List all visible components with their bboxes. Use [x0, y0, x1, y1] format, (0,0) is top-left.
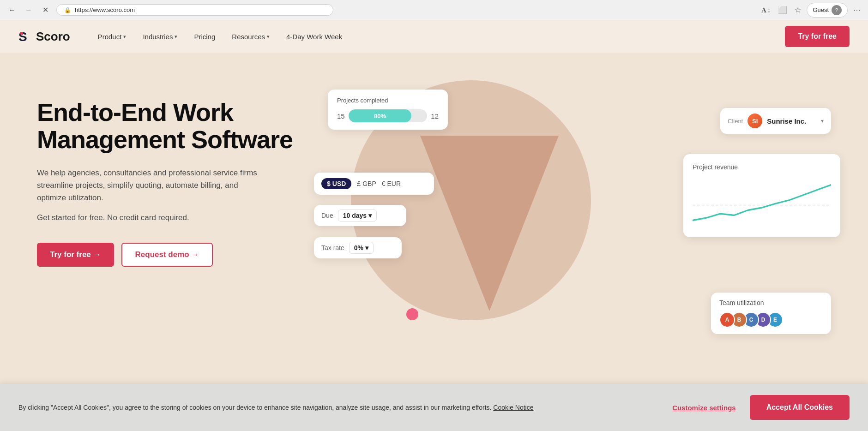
progress-bar-fill: 80%	[349, 109, 412, 122]
cookie-banner: By clicking "Accept All Cookies", you ag…	[0, 384, 868, 389]
hero-request-demo-button[interactable]: Request demo →	[121, 243, 213, 267]
due-value[interactable]: 10 days ▾	[338, 210, 377, 221]
browser-right-controls: 𝐀↕ ⬜ ☆ Guest ? ⋯	[760, 3, 862, 18]
hero-left: End-to-End Work Management Software We h…	[37, 80, 295, 267]
chevron-down-icon: ▾	[267, 34, 270, 40]
client-name: Sunrise Inc.	[767, 117, 806, 125]
back-button[interactable]: ←	[6, 4, 18, 17]
reader-mode-button[interactable]: 𝐀↕	[760, 4, 772, 16]
currency-row: $ USD £ GBP € EUR	[321, 178, 427, 189]
client-label: Client	[728, 118, 743, 125]
address-bar[interactable]: 🔒 https://www.scoro.com	[56, 4, 333, 16]
revenue-chart	[693, 177, 831, 228]
card-due: Due 10 days ▾	[314, 205, 406, 226]
nav-item-industries[interactable]: Industries ▾	[143, 33, 177, 41]
nav-link-industries[interactable]: Industries ▾	[143, 33, 177, 41]
hero-title: End-to-End Work Management Software	[37, 99, 295, 154]
nav-item-4day[interactable]: 4-Day Work Week	[286, 33, 342, 41]
tab-button[interactable]: ⬜	[776, 4, 789, 16]
progress-right-num: 12	[431, 112, 439, 120]
usd-symbol: $	[327, 180, 331, 187]
hero-try-free-button[interactable]: Try for free →	[37, 243, 114, 267]
guest-profile-button[interactable]: Guest ?	[807, 3, 848, 18]
team-avatar-0: A	[719, 312, 735, 328]
nav-link-4day[interactable]: 4-Day Work Week	[286, 33, 342, 41]
nav-item-product[interactable]: Product ▾	[98, 33, 127, 41]
client-chevron-icon: ▾	[821, 118, 824, 124]
hero-description: We help agencies, consultancies and prof…	[37, 167, 259, 204]
hero-section: End-to-End Work Management Software We h…	[0, 53, 868, 389]
nav-link-pricing[interactable]: Pricing	[194, 33, 215, 41]
hero-right: Projects completed 15 80% 12 Client SI S…	[314, 80, 840, 357]
nav-link-product[interactable]: Product ▾	[98, 33, 127, 41]
tax-label: Tax rate	[321, 244, 344, 251]
deco-cone	[420, 136, 559, 311]
team-avatars: A B C D E	[719, 312, 823, 328]
card-currency: $ USD £ GBP € EUR	[314, 173, 434, 195]
projects-title: Projects completed	[337, 97, 439, 104]
svg-text:S: S	[18, 30, 27, 44]
navbar-try-free-button[interactable]: Try for free	[785, 26, 850, 47]
progress-bar-container: 80%	[349, 109, 428, 122]
currency-usd-active[interactable]: $ USD	[321, 178, 351, 189]
due-label: Due	[321, 212, 333, 219]
card-revenue: Project revenue	[683, 154, 840, 237]
tax-value[interactable]: 0% ▾	[349, 242, 374, 254]
currency-eur[interactable]: € EUR	[382, 180, 401, 187]
logo-icon: S	[18, 28, 35, 45]
nav-item-pricing[interactable]: Pricing	[194, 33, 215, 41]
due-chevron-icon: ▾	[368, 212, 372, 219]
nav-item-resources[interactable]: Resources ▾	[232, 33, 270, 41]
svg-rect-1	[20, 32, 23, 35]
team-title: Team utilization	[719, 299, 823, 306]
more-options-button[interactable]: ⋯	[851, 4, 862, 16]
card-tax: Tax rate 0% ▾	[314, 237, 402, 258]
chevron-down-icon: ▾	[175, 34, 177, 40]
browser-controls: ← → ✕	[6, 4, 52, 17]
close-button[interactable]: ✕	[39, 4, 52, 17]
hero-subtitle: Get started for free. No credit card req…	[37, 213, 295, 222]
client-avatar: SI	[747, 114, 762, 128]
navbar: S Scoro Product ▾ Industries ▾ Pricing	[0, 20, 868, 53]
nav-link-resources[interactable]: Resources ▾	[232, 33, 270, 41]
favorites-button[interactable]: ☆	[793, 4, 803, 16]
nav-links: Product ▾ Industries ▾ Pricing Resources…	[98, 33, 785, 41]
logo-text: Scoro	[36, 30, 70, 44]
url-text: https://www.scoro.com	[75, 6, 135, 13]
progress-left-num: 15	[337, 112, 345, 120]
revenue-title: Project revenue	[693, 163, 831, 171]
chevron-down-icon: ▾	[123, 34, 126, 40]
deco-pink-ball	[406, 308, 418, 320]
card-client: Client SI Sunrise Inc. ▾	[720, 108, 831, 134]
logo[interactable]: S Scoro	[18, 28, 70, 45]
guest-label: Guest	[813, 6, 829, 13]
tax-chevron-icon: ▾	[365, 244, 368, 251]
lock-icon: 🔒	[64, 7, 71, 13]
card-team: Team utilization A B C D E	[711, 293, 831, 334]
card-projects: Projects completed 15 80% 12	[328, 90, 448, 130]
browser-chrome: ← → ✕ 🔒 https://www.scoro.com 𝐀↕ ⬜ ☆ Gue…	[0, 0, 868, 20]
currency-gbp[interactable]: £ GBP	[357, 180, 376, 187]
forward-button[interactable]: →	[22, 4, 35, 17]
hero-buttons: Try for free → Request demo →	[37, 243, 295, 267]
guest-avatar: ?	[832, 5, 842, 15]
progress-row: 15 80% 12	[337, 109, 439, 122]
